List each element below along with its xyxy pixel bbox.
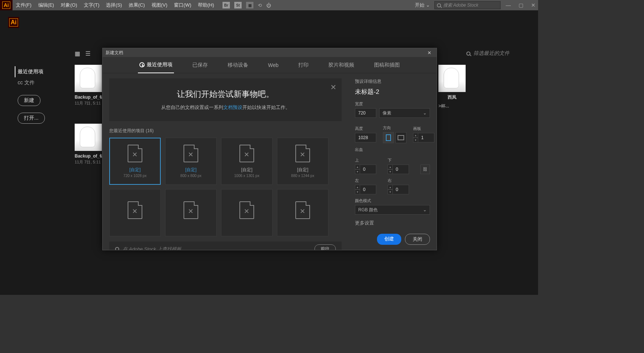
document-icon	[128, 201, 142, 219]
close-dialog-button[interactable]: 关闭	[405, 234, 430, 245]
sync-icon[interactable]: ⟲	[258, 3, 262, 8]
menu-item[interactable]: 对象(O)	[57, 2, 81, 8]
bleed-bottom[interactable]: ▲▼	[388, 165, 417, 174]
preset-card[interactable]: [自定]880 x 1244 px	[277, 138, 328, 185]
br-icon[interactable]: Br	[223, 2, 230, 8]
document-icon	[295, 145, 310, 162]
recent-thumb[interactable]: Backup_of_锦 11月 7日, 5:11 下	[75, 65, 102, 106]
start-dropdown[interactable]: 开始 ⌄	[413, 2, 431, 8]
create-button[interactable]: 创建	[377, 234, 401, 245]
nav-recent[interactable]: 最近使用项	[15, 66, 62, 77]
dialog-tabs: 最近使用项已保存移动设备Web打印胶片和视频图稿和插图	[103, 57, 437, 73]
preset-card[interactable]	[277, 189, 328, 236]
dialog-tab[interactable]: 已保存	[191, 57, 209, 73]
app-logo-small: Ai	[0, 0, 13, 10]
minimize-button[interactable]: —	[504, 2, 513, 8]
dialog-tab[interactable]: 胶片和视频	[327, 57, 356, 73]
clock-icon	[139, 62, 145, 67]
preset-card[interactable]: [自定]720 x 1028 px	[109, 138, 161, 185]
preset-card[interactable]	[109, 189, 161, 236]
document-icon	[184, 145, 198, 162]
dialog-tab[interactable]: 打印	[297, 57, 310, 73]
maximize-button[interactable]: ▢	[516, 2, 526, 8]
recent-thumb-label: >杯...	[438, 103, 449, 109]
search-icon	[466, 52, 470, 56]
stock-template-search[interactable]	[123, 246, 311, 250]
search-icon	[115, 247, 119, 250]
list-view-icon[interactable]: ☰	[85, 50, 90, 57]
orientation-landscape[interactable]	[395, 132, 406, 143]
artboard-stepper[interactable]: ▲▼	[413, 133, 434, 142]
bleed-right[interactable]: ▲▼	[388, 185, 417, 194]
width-input[interactable]	[355, 108, 376, 118]
hero-text: 从您自己的文档设置或一系列文档预设开始以快速开始工作。	[120, 104, 331, 111]
filter-recent[interactable]: 筛选最近的文件	[466, 50, 509, 57]
menu-item[interactable]: 文件(F)	[13, 2, 35, 8]
menu-item[interactable]: 窗口(W)	[171, 2, 195, 8]
document-icon	[128, 145, 142, 162]
hero-title: 让我们开始尝试新事物吧。	[120, 89, 331, 100]
preset-card[interactable]: [自定]1006 x 1301 px	[221, 138, 273, 185]
menu-item[interactable]: 帮助(H)	[195, 2, 217, 8]
preset-card[interactable]: [自定]800 x 800 px	[165, 138, 217, 185]
preset-card[interactable]	[165, 189, 217, 236]
go-button[interactable]: 前往	[314, 244, 336, 250]
height-input[interactable]	[355, 133, 376, 142]
document-icon	[239, 201, 254, 219]
dialog-tab[interactable]: Web	[267, 58, 280, 73]
app-logo: Ai	[8, 17, 19, 28]
dialog-tab[interactable]: 移动设备	[226, 57, 250, 73]
power-icon[interactable]: ⏻	[266, 3, 271, 8]
menu-item[interactable]: 文字(T)	[81, 2, 103, 8]
preset-link[interactable]: 文档预设	[223, 105, 242, 110]
orientation-portrait[interactable]	[383, 132, 394, 143]
document-name[interactable]: 未标题-2	[355, 88, 430, 96]
link-icon[interactable]: ⛓	[420, 165, 430, 174]
more-settings[interactable]: 更多设置	[355, 220, 430, 226]
unit-dropdown[interactable]: 像素⌄	[379, 108, 430, 118]
dialog-tab[interactable]: 图稿和插图	[373, 57, 401, 73]
menu-item[interactable]: 视图(V)	[148, 2, 171, 8]
open-button[interactable]: 打开...	[18, 113, 45, 124]
document-icon	[295, 201, 310, 219]
new-button[interactable]: 新建	[18, 95, 40, 106]
nav-cc-files[interactable]: cc 文件	[18, 77, 62, 88]
colormode-dropdown[interactable]: RGB 颜色⌄	[355, 205, 430, 215]
recent-thumb[interactable]: Backup_of_锦 11月 7日, 5:11 下	[75, 124, 102, 165]
recent-thumb[interactable]: 西凤	[438, 65, 466, 100]
document-icon	[239, 145, 254, 162]
dialog-titlebar: 新建文档 ✕	[103, 48, 437, 57]
grid-icon[interactable]: ▦	[246, 2, 253, 8]
close-button[interactable]: ✕	[529, 2, 538, 8]
hero-banner: ✕ 让我们开始尝试新事物吧。 从您自己的文档设置或一系列文档预设开始以快速开始工…	[109, 78, 342, 121]
menu-item[interactable]: 选择(S)	[103, 2, 125, 8]
preset-detail-header: 预设详细信息	[355, 78, 430, 85]
dialog-tab[interactable]: 最近使用项	[138, 57, 174, 73]
grid-view-icon[interactable]: ▦	[75, 50, 80, 57]
st-icon[interactable]: St	[234, 2, 242, 8]
dialog-close-button[interactable]: ✕	[425, 50, 434, 56]
search-icon	[437, 3, 441, 7]
document-icon	[184, 201, 198, 219]
bleed-top[interactable]: ▲▼	[355, 165, 385, 174]
new-document-dialog: 新建文档 ✕ 最近使用项已保存移动设备Web打印胶片和视频图稿和插图 ✕ 让我们…	[102, 48, 437, 250]
menubar: Ai 文件(F)编辑(E)对象(O)文字(T)选择(S)效果(C)视图(V)窗口…	[0, 0, 538, 10]
recent-presets-label: 您最近使用的项目 (16)	[109, 128, 342, 134]
menu-item[interactable]: 效果(C)	[125, 2, 148, 8]
hero-close-button[interactable]: ✕	[330, 83, 337, 92]
preset-card[interactable]	[221, 189, 273, 236]
menu-item[interactable]: 编辑(E)	[35, 2, 57, 8]
bleed-left[interactable]: ▲▼	[355, 185, 385, 194]
stock-search[interactable]: 搜索 Adobe Stock	[434, 1, 501, 9]
